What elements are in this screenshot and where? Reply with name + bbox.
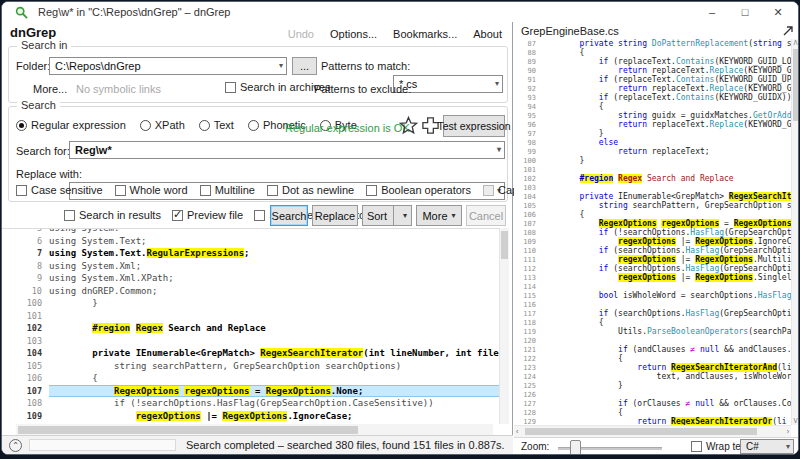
status-collapse-icon[interactable] [9,439,22,452]
symbolic-links-status: No symbolic links [76,83,161,95]
option-multiline[interactable]: Multiline [200,184,255,196]
check-search-in-results[interactable]: Search in results [64,209,161,221]
radio-phonetic[interactable] [248,120,259,131]
code-token: return [618,66,647,75]
line-number: 102 [2,322,49,335]
preview-code-line: 122 { [514,354,791,363]
line-number: 122 [514,354,541,363]
match-highlight: Regex [136,323,163,333]
replace-button[interactable]: Replace [312,205,358,226]
maximize-button[interactable]: □ [735,4,755,20]
results-vertical-scrollbar[interactable] [499,228,509,424]
search-for-combobox[interactable]: Reg\w* [69,141,505,159]
more-toggle[interactable]: More... [33,83,67,95]
radio-xpath[interactable] [140,120,151,131]
code-token [541,192,580,201]
results-horizontal-scrollbar[interactable] [16,424,493,435]
scroll-down-icon[interactable]: ᐯ [792,417,799,425]
menu-about[interactable]: About [473,28,502,40]
close-button[interactable]: ✕ [768,4,788,20]
mode-radio-text[interactable]: Text [199,119,234,131]
code-token: if [618,345,628,354]
preview-code-line: 96 return replaceText.Replace(KEYWORD_GU… [514,120,791,129]
zoom-slider-thumb[interactable] [570,440,581,455]
code-token: .IgnoreCase; [287,411,352,421]
match-highlight: Regex [618,174,642,183]
preview-code-pane[interactable]: 87 private string DoPatternReplacement(s… [514,39,791,426]
code-text: if (orClauses ≠ null && orClauses.Cou [541,399,791,408]
checkbox-preview-file[interactable] [172,210,183,221]
test-expression-button[interactable]: Test expression [443,115,505,137]
code-token: } [49,298,98,308]
menu-undo[interactable]: Undo [288,28,314,40]
results-vscroll-thumb[interactable] [501,231,508,259]
preview-vscroll-thumb[interactable] [793,49,798,121]
sort-button[interactable]: Sort▾ [362,205,412,226]
chevron-down-icon: ▾ [452,211,456,220]
results-hscroll-thumb[interactable] [18,426,358,434]
checkbox-case-sensitive[interactable] [16,185,27,196]
code-text [49,310,499,323]
preview-code-line: 100 } [514,156,791,165]
code-token: { [541,408,623,417]
results-preview-pane[interactable]: 5using System.6using System.Text;7using … [2,228,499,424]
match-highlight: RegexOptions [734,219,791,228]
folder-combobox[interactable]: C:\Repos\dnGrep [49,57,287,75]
checkbox-capture-group-search[interactable] [483,185,494,196]
replace-with-label: Replace with: [16,168,82,180]
cancel-button[interactable]: Cancel [466,205,506,226]
wrap-checkbox-box[interactable] [691,441,702,452]
line-number: 121 [514,345,541,354]
code-text: private string DoPatternReplacement(stri… [541,39,791,48]
checkbox-dot-as-newline[interactable] [267,185,278,196]
minimize-button[interactable]: – [702,4,722,20]
scroll-left-icon[interactable]: ‹ [516,428,518,435]
preview-hscroll-thumb[interactable] [525,428,757,435]
archives-checkbox-box[interactable] [225,82,236,93]
code-token: using System. [49,228,119,233]
code-token: (KEYWORD_GUI [743,120,791,129]
preview-code-line: 124 text, andClauses, isWholeWord, [514,372,791,381]
star-bookmark-icon[interactable] [399,116,418,135]
preview-code-line: 112 if (searchOptions.HasFlag(GrepSearch… [514,264,791,273]
search-button[interactable]: Search [270,205,308,226]
line-number: 104 [2,347,49,360]
code-token: private IEnumerable<GrepMatch> [49,348,260,358]
code-text: if (andClauses ≠ null && andClauses.C [541,345,791,354]
checkbox-search-in-results[interactable] [64,210,75,221]
radio-text[interactable] [199,120,210,131]
preview-vertical-scrollbar[interactable]: ᐱ ᐯ [791,39,799,425]
scroll-right-icon[interactable]: › [787,428,789,435]
menu-bookmarks[interactable]: Bookmarks... [393,28,457,40]
menu-options[interactable]: Options... [330,28,377,40]
mode-radio-xpath[interactable]: XPath [140,119,185,131]
option-dot-as-newline[interactable]: Dot as newline [267,184,354,196]
checkbox-whole-word[interactable] [115,185,126,196]
radio-label: Text [214,119,234,131]
zoom-label: Zoom: [521,441,549,452]
match-highlight: regexOptions [618,237,676,246]
preview-code-line: 127 if (orClauses ≠ null && orClauses.Co… [514,399,791,408]
scroll-up-icon[interactable]: ᐱ [792,39,799,47]
checkbox-multiline[interactable] [200,185,211,196]
browse-folder-button[interactable]: ... [292,57,317,75]
title-bar[interactable]: Reg\w* in "C:\Repos\dnGrep" – dnGrep – □… [2,2,798,22]
checkbox-boolean-operators[interactable] [366,185,377,196]
radio-regular-expression[interactable] [16,120,27,131]
code-token: (GrepSearchOption [719,246,791,255]
code-token: .None; [331,386,364,396]
syntax-combobox[interactable]: C# [740,439,794,454]
mode-radio-regular-expression[interactable]: Regular expression [16,119,126,131]
undock-preview-icon[interactable] [782,25,794,37]
option-case-sensitive[interactable]: Case sensitive [16,184,103,196]
code-text: regexOptions |= RegexOptions.IgnoreCase; [49,410,499,423]
option-whole-word[interactable]: Whole word [115,184,188,196]
more-button[interactable]: More▾ [416,205,462,226]
preview-horizontal-scrollbar[interactable]: ‹ › [514,425,791,437]
option-boolean-operators[interactable]: Boolean operators [366,184,471,196]
match-highlight: RegexOptions [695,237,753,246]
check-preview-file[interactable]: Preview file [172,209,243,221]
status-message: Search completed – searched 380 files, f… [186,439,505,451]
code-text: } [541,156,791,165]
checkbox-stop-after-first-match[interactable] [254,210,265,221]
